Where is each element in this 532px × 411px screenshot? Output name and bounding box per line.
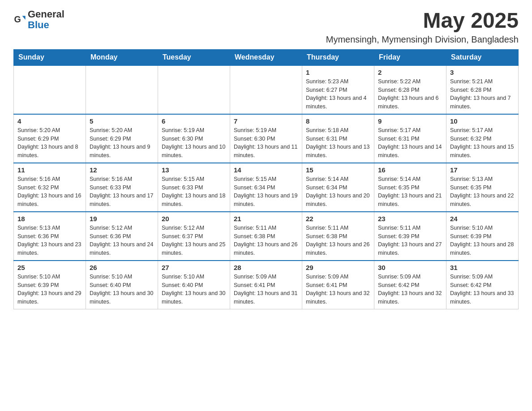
day-info: Sunrise: 5:17 AM Sunset: 6:31 PM Dayligh… [378, 126, 442, 160]
day-info: Sunrise: 5:14 AM Sunset: 6:35 PM Dayligh… [378, 175, 442, 209]
day-info: Sunrise: 5:22 AM Sunset: 6:28 PM Dayligh… [378, 77, 442, 111]
day-number: 16 [378, 166, 442, 174]
page-header: G General Blue May 2025 Mymensingh, Myme… [13, 9, 519, 45]
svg-text:G: G [14, 14, 21, 24]
day-number: 4 [17, 117, 82, 125]
day-info: Sunrise: 5:10 AM Sunset: 6:39 PM Dayligh… [17, 273, 82, 306]
logo: G General Blue [13, 9, 64, 30]
day-number: 29 [306, 264, 370, 271]
day-number: 31 [450, 264, 515, 271]
day-number: 26 [90, 264, 154, 271]
calendar-cell: 18Sunrise: 5:13 AM Sunset: 6:36 PM Dayli… [14, 212, 86, 261]
month-title: May 2025 [326, 9, 519, 33]
day-number: 1 [306, 68, 370, 76]
day-info: Sunrise: 5:15 AM Sunset: 6:34 PM Dayligh… [234, 175, 298, 209]
day-info: Sunrise: 5:11 AM Sunset: 6:38 PM Dayligh… [234, 224, 298, 257]
calendar-week-row: 11Sunrise: 5:16 AM Sunset: 6:32 PM Dayli… [14, 163, 519, 212]
calendar-cell: 25Sunrise: 5:10 AM Sunset: 6:39 PM Dayli… [14, 261, 86, 309]
day-number: 24 [450, 215, 515, 223]
day-info: Sunrise: 5:11 AM Sunset: 6:39 PM Dayligh… [378, 224, 442, 257]
day-number: 14 [234, 166, 298, 174]
calendar-cell: 1Sunrise: 5:23 AM Sunset: 6:27 PM Daylig… [302, 65, 374, 114]
location-subtitle: Mymensingh, Mymensingh Division, Banglad… [326, 34, 519, 45]
calendar-week-row: 4Sunrise: 5:20 AM Sunset: 6:29 PM Daylig… [14, 114, 519, 163]
day-info: Sunrise: 5:23 AM Sunset: 6:27 PM Dayligh… [306, 77, 370, 111]
calendar-cell: 11Sunrise: 5:16 AM Sunset: 6:32 PM Dayli… [14, 163, 86, 212]
calendar-cell [14, 65, 86, 114]
calendar-cell: 20Sunrise: 5:12 AM Sunset: 6:37 PM Dayli… [158, 212, 230, 261]
day-info: Sunrise: 5:09 AM Sunset: 6:41 PM Dayligh… [306, 273, 370, 306]
calendar-header-row: SundayMondayTuesdayWednesdayThursdayFrid… [14, 49, 519, 65]
day-info: Sunrise: 5:19 AM Sunset: 6:30 PM Dayligh… [162, 126, 226, 160]
col-header-monday: Monday [86, 49, 158, 65]
day-number: 21 [234, 215, 298, 223]
col-header-tuesday: Tuesday [158, 49, 230, 65]
calendar-cell: 5Sunrise: 5:20 AM Sunset: 6:29 PM Daylig… [86, 114, 158, 163]
day-info: Sunrise: 5:09 AM Sunset: 6:41 PM Dayligh… [234, 273, 298, 306]
calendar-cell: 15Sunrise: 5:14 AM Sunset: 6:34 PM Dayli… [302, 163, 374, 212]
day-number: 6 [162, 117, 226, 125]
day-info: Sunrise: 5:16 AM Sunset: 6:33 PM Dayligh… [90, 175, 154, 209]
day-number: 9 [378, 117, 442, 125]
day-number: 30 [378, 264, 442, 271]
col-header-saturday: Saturday [446, 49, 519, 65]
logo-icon: G [13, 13, 26, 26]
day-info: Sunrise: 5:09 AM Sunset: 6:42 PM Dayligh… [450, 273, 515, 306]
calendar-cell: 23Sunrise: 5:11 AM Sunset: 6:39 PM Dayli… [374, 212, 446, 261]
day-info: Sunrise: 5:13 AM Sunset: 6:35 PM Dayligh… [450, 175, 515, 209]
day-number: 28 [234, 264, 298, 271]
day-number: 17 [450, 166, 515, 174]
day-number: 2 [378, 68, 442, 76]
day-number: 19 [90, 215, 154, 223]
calendar-cell: 16Sunrise: 5:14 AM Sunset: 6:35 PM Dayli… [374, 163, 446, 212]
title-area: May 2025 Mymensingh, Mymensingh Division… [326, 9, 519, 45]
day-number: 25 [17, 264, 82, 271]
calendar-cell: 13Sunrise: 5:15 AM Sunset: 6:33 PM Dayli… [158, 163, 230, 212]
day-number: 27 [162, 264, 226, 271]
col-header-wednesday: Wednesday [230, 49, 302, 65]
day-number: 8 [306, 117, 370, 125]
day-number: 5 [90, 117, 154, 125]
day-info: Sunrise: 5:10 AM Sunset: 6:40 PM Dayligh… [90, 273, 154, 306]
day-info: Sunrise: 5:16 AM Sunset: 6:32 PM Dayligh… [17, 175, 82, 209]
col-header-sunday: Sunday [14, 49, 86, 65]
calendar-cell: 8Sunrise: 5:18 AM Sunset: 6:31 PM Daylig… [302, 114, 374, 163]
day-info: Sunrise: 5:11 AM Sunset: 6:38 PM Dayligh… [306, 224, 370, 257]
day-info: Sunrise: 5:21 AM Sunset: 6:28 PM Dayligh… [450, 77, 515, 111]
calendar-cell: 24Sunrise: 5:10 AM Sunset: 6:39 PM Dayli… [446, 212, 519, 261]
col-header-thursday: Thursday [302, 49, 374, 65]
calendar-cell: 2Sunrise: 5:22 AM Sunset: 6:28 PM Daylig… [374, 65, 446, 114]
calendar-cell: 12Sunrise: 5:16 AM Sunset: 6:33 PM Dayli… [86, 163, 158, 212]
calendar-cell: 26Sunrise: 5:10 AM Sunset: 6:40 PM Dayli… [86, 261, 158, 309]
day-number: 23 [378, 215, 442, 223]
calendar-cell: 29Sunrise: 5:09 AM Sunset: 6:41 PM Dayli… [302, 261, 374, 309]
svg-marker-1 [22, 16, 26, 20]
calendar-cell: 14Sunrise: 5:15 AM Sunset: 6:34 PM Dayli… [230, 163, 302, 212]
calendar-cell: 22Sunrise: 5:11 AM Sunset: 6:38 PM Dayli… [302, 212, 374, 261]
day-info: Sunrise: 5:10 AM Sunset: 6:40 PM Dayligh… [162, 273, 226, 306]
calendar-cell: 19Sunrise: 5:12 AM Sunset: 6:36 PM Dayli… [86, 212, 158, 261]
day-info: Sunrise: 5:17 AM Sunset: 6:32 PM Dayligh… [450, 126, 515, 160]
logo-general: General [28, 9, 64, 20]
day-info: Sunrise: 5:12 AM Sunset: 6:37 PM Dayligh… [162, 224, 226, 257]
calendar-cell: 10Sunrise: 5:17 AM Sunset: 6:32 PM Dayli… [446, 114, 519, 163]
day-number: 15 [306, 166, 370, 174]
calendar-cell: 31Sunrise: 5:09 AM Sunset: 6:42 PM Dayli… [446, 261, 519, 309]
calendar-cell: 17Sunrise: 5:13 AM Sunset: 6:35 PM Dayli… [446, 163, 519, 212]
day-info: Sunrise: 5:12 AM Sunset: 6:36 PM Dayligh… [90, 224, 154, 257]
day-number: 12 [90, 166, 154, 174]
day-info: Sunrise: 5:20 AM Sunset: 6:29 PM Dayligh… [17, 126, 82, 160]
day-info: Sunrise: 5:15 AM Sunset: 6:33 PM Dayligh… [162, 175, 226, 209]
day-number: 22 [306, 215, 370, 223]
day-info: Sunrise: 5:18 AM Sunset: 6:31 PM Dayligh… [306, 126, 370, 160]
calendar-cell: 3Sunrise: 5:21 AM Sunset: 6:28 PM Daylig… [446, 65, 519, 114]
calendar-cell: 27Sunrise: 5:10 AM Sunset: 6:40 PM Dayli… [158, 261, 230, 309]
day-number: 7 [234, 117, 298, 125]
day-info: Sunrise: 5:19 AM Sunset: 6:30 PM Dayligh… [234, 126, 298, 160]
calendar-cell: 21Sunrise: 5:11 AM Sunset: 6:38 PM Dayli… [230, 212, 302, 261]
calendar-cell: 30Sunrise: 5:09 AM Sunset: 6:42 PM Dayli… [374, 261, 446, 309]
calendar-week-row: 25Sunrise: 5:10 AM Sunset: 6:39 PM Dayli… [14, 261, 519, 309]
calendar-cell: 9Sunrise: 5:17 AM Sunset: 6:31 PM Daylig… [374, 114, 446, 163]
calendar-cell: 28Sunrise: 5:09 AM Sunset: 6:41 PM Dayli… [230, 261, 302, 309]
day-info: Sunrise: 5:13 AM Sunset: 6:36 PM Dayligh… [17, 224, 82, 257]
